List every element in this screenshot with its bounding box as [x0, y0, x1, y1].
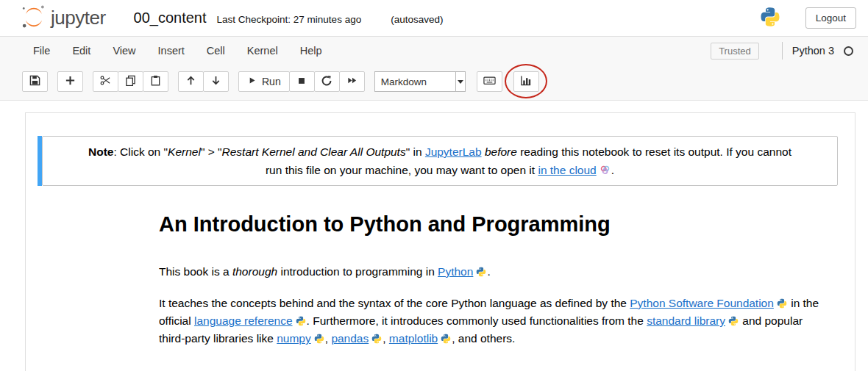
python-icon: [728, 312, 739, 330]
notebook-heading: An Introduction to Python and Programmin…: [159, 212, 822, 237]
checkpoint-status: Last Checkpoint: 27 minutes ago: [217, 14, 362, 25]
cut-cells-icon: [100, 75, 111, 88]
note-label: Note: [88, 145, 113, 158]
link-python[interactable]: Python: [438, 265, 473, 278]
header-right: Logout: [760, 7, 856, 30]
restart-run-all-icon: [346, 75, 357, 88]
header: jupyter 00_content Last Checkpoint: 27 m…: [0, 0, 868, 37]
link-numpy[interactable]: numpy: [277, 332, 311, 345]
move-cell-up-button[interactable]: [178, 71, 204, 92]
chart-button[interactable]: [513, 71, 539, 92]
trusted-badge: Trusted: [711, 43, 759, 60]
chart-icon: [520, 75, 532, 88]
menu-kernel[interactable]: Kernel: [236, 45, 289, 57]
link-standard-library[interactable]: standard library: [647, 314, 725, 327]
python-icon: [314, 330, 324, 347]
menu-view[interactable]: View: [102, 45, 146, 57]
python-icon: [476, 263, 486, 281]
run-icon: [247, 76, 257, 87]
menu-cell[interactable]: Cell: [196, 45, 236, 57]
cell-type-value: Markdown: [375, 72, 455, 91]
notebook-page: Note: Click on "Kernel" > "Restart Kerne…: [0, 101, 868, 371]
move-cell-down-icon: [210, 75, 221, 88]
jupyter-logo-icon: [21, 4, 47, 33]
menubar-right: Trusted Python 3: [711, 42, 853, 60]
restart-run-all-button[interactable]: [339, 71, 365, 92]
logout-button[interactable]: Logout: [805, 7, 856, 29]
paste-cells-button[interactable]: [143, 71, 168, 92]
copy-cells-button[interactable]: [118, 71, 143, 92]
copy-cells-icon: [125, 75, 136, 88]
save-button[interactable]: [22, 71, 48, 92]
notebook-title[interactable]: 00_content: [134, 10, 207, 26]
chart-button-wrap: [513, 71, 539, 92]
command-palette-keyboard-icon: [483, 75, 496, 88]
menu-help[interactable]: Help: [289, 45, 333, 57]
menu-file[interactable]: File: [22, 45, 61, 57]
chevron-down-icon: [455, 72, 465, 91]
link-language-reference[interactable]: language reference: [194, 314, 293, 327]
markdown-cell-content[interactable]: An Introduction to Python and Programmin…: [26, 212, 855, 347]
link-pandas[interactable]: pandas: [331, 332, 369, 345]
interrupt-kernel-button[interactable]: [289, 71, 315, 92]
binder-rings-icon: [600, 161, 611, 179]
link-matplotlib[interactable]: matplotlib: [389, 332, 438, 345]
notebook-chrome: File Edit View Insert Cell Kernel Help T…: [0, 37, 868, 101]
link-python-software-foundation[interactable]: Python Software Foundation: [630, 297, 774, 309]
note-callout: Note: Click on "Kernel" > "Restart Kerne…: [42, 136, 838, 186]
python-icon: [296, 312, 306, 330]
paste-cells-icon: [150, 75, 161, 88]
interrupt-kernel-icon: [296, 76, 307, 88]
command-palette-button[interactable]: [477, 71, 502, 92]
move-cell-down-button[interactable]: [203, 71, 229, 92]
notebook-container: Note: Click on "Kernel" > "Restart Kerne…: [25, 112, 855, 371]
divider: [782, 42, 783, 60]
save-icon: [29, 75, 40, 88]
jupyter-notebook-app: jupyter 00_content Last Checkpoint: 27 m…: [0, 0, 868, 371]
markdown-cell-note[interactable]: Note: Click on "Kernel" > "Restart Kerne…: [38, 136, 838, 186]
cut-cells-button[interactable]: [93, 71, 118, 92]
intro-paragraph-1: This book is a thorough introduction to …: [159, 263, 822, 281]
jupyter-logo[interactable]: jupyter: [21, 4, 106, 33]
menubar: File Edit View Insert Cell Kernel Help T…: [0, 37, 868, 65]
run-button[interactable]: Run: [238, 71, 290, 92]
menu-insert[interactable]: Insert: [147, 45, 196, 57]
run-label: Run: [262, 76, 281, 87]
python-icon: [777, 295, 787, 312]
link-jupyterlab[interactable]: JupyterLab: [425, 145, 482, 158]
jupyter-logo-text: jupyter: [51, 7, 106, 29]
toolbar: Run Markdown: [0, 65, 868, 100]
add-cell-below-icon: [65, 75, 76, 88]
python-icon: [371, 330, 382, 347]
link-in-the-cloud[interactable]: in the cloud: [538, 164, 596, 176]
kernel-logo-python-icon: [760, 7, 780, 30]
kernel-name: Python 3: [792, 45, 834, 57]
move-cell-up-icon: [185, 75, 196, 88]
restart-kernel-icon: [321, 75, 332, 89]
menu-edit[interactable]: Edit: [61, 45, 102, 57]
add-cell-below-button[interactable]: [57, 71, 83, 92]
restart-kernel-button[interactable]: [314, 71, 340, 92]
intro-paragraph-2: It teaches the concepts behind and the s…: [159, 295, 822, 347]
autosave-status: (autosaved): [391, 14, 443, 25]
python-icon: [441, 330, 451, 347]
cell-type-select[interactable]: Markdown: [374, 71, 466, 92]
kernel-idle-icon: [844, 46, 853, 56]
